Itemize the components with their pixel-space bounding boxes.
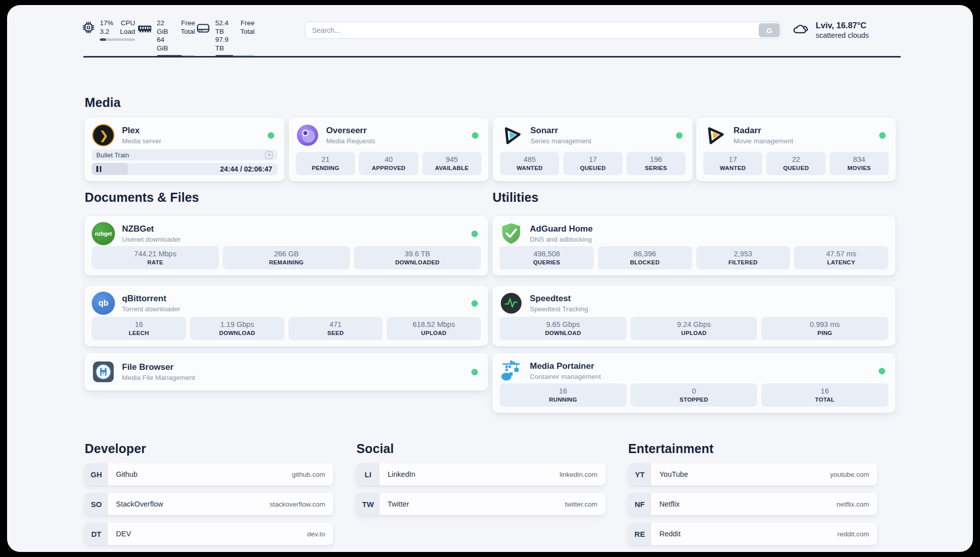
bookmark-list-entertainment: YT YouTube youtube.com NF Netflix netfli… — [628, 463, 877, 552]
overseerr-icon — [296, 124, 319, 147]
disk-icon — [196, 21, 211, 36]
cpu-stat: 17%3.2 CPULoad — [82, 19, 135, 41]
stat-tile: 16TOTAL — [761, 383, 888, 407]
bookmark-name: DEV — [116, 530, 131, 538]
app-name: Sonarr — [530, 125, 591, 136]
cpu-icon — [82, 21, 95, 34]
app-card-nzbget[interactable]: nzbget NZBGet Usenet downloader 744.21 M… — [85, 216, 488, 275]
bookmark-url: youtube.com — [830, 471, 869, 478]
header-divider — [83, 56, 901, 58]
bookmark-abbr-badge: DT — [85, 523, 108, 545]
status-online-dot — [471, 231, 478, 237]
stat-tile: 47.57 msLATENCY — [794, 246, 888, 269]
plex-icon: ❯ — [92, 124, 115, 147]
stat-tile: 0.993 msPING — [761, 317, 888, 340]
search-engine-button[interactable]: G — [759, 23, 780, 37]
app-description: Media Requests — [326, 137, 376, 145]
bookmark-list-social: LI LinkedIn linkedin.com TW Twitter twit… — [356, 463, 605, 523]
stat-tile: 196SERIES — [627, 152, 686, 175]
cloud-icon — [791, 20, 809, 37]
memory-total-value: 64 GiB — [157, 36, 175, 52]
cpu-label: CPU — [120, 19, 135, 28]
stat-tile: 17WANTED — [703, 152, 762, 175]
bookmark-url: github.com — [292, 471, 325, 478]
status-online-dot — [472, 132, 478, 139]
bookmark-twitter[interactable]: TW Twitter twitter.com — [356, 493, 605, 515]
stat-tile: 485WANTED — [500, 152, 559, 175]
memory-free-label: Free — [180, 19, 195, 28]
app-name: File Browser — [122, 362, 195, 372]
bookmark-netflix[interactable]: NF Netflix netflix.com — [628, 493, 877, 515]
app-description: Container management — [530, 372, 601, 381]
app-name: Plex — [122, 125, 161, 136]
stat-tile: 17QUEUED — [563, 152, 622, 175]
status-online-dot — [879, 132, 886, 139]
memory-free-value: 22 GiB — [157, 19, 175, 36]
app-card-portainer[interactable]: Media Portainer Container management 16R… — [493, 353, 895, 413]
weather-condition: scattered clouds — [816, 31, 869, 40]
pause-icon[interactable] — [96, 166, 101, 172]
stat-tile: 498,508QUERIES — [500, 246, 594, 269]
storage-free-label: Free — [240, 19, 255, 28]
app-card-plex[interactable]: ❯ Plex Media server Bullet Train 24:44 /… — [85, 118, 284, 181]
bookmark-stackoverflow[interactable]: SO StackOverflow stackoverflow.com — [85, 493, 333, 515]
bookmark-reddit[interactable]: RE Reddit reddit.com — [628, 523, 877, 545]
app-card-adguard[interactable]: AdGuard Home DNS and adblocking 498,508Q… — [493, 216, 895, 275]
section-title-developer: Developer — [85, 441, 146, 456]
adguard-icon — [500, 222, 523, 245]
stat-tile: 16RUNNING — [500, 383, 627, 407]
stat-tile: 9.24 GbpsUPLOAD — [631, 317, 758, 340]
cpu-load-value: 3.2 — [100, 28, 113, 36]
weather-location: Lviv, 16.87°C — [816, 20, 869, 31]
stat-tile: 471SEED — [288, 317, 383, 340]
section-title-documents: Documents & Files — [85, 190, 199, 205]
cpu-usage-value: 17% — [100, 19, 113, 28]
stat-tile: 9.65 GbpsDOWNLOAD — [500, 317, 627, 340]
bookmark-abbr-badge: RE — [628, 523, 651, 545]
cpu-usage-bar — [100, 38, 135, 41]
status-online-dot — [268, 132, 274, 139]
bookmark-abbr-badge: GH — [85, 463, 108, 485]
storage-free-value: 52.4 TB — [215, 19, 235, 36]
storage-total-value: 97.9 TB — [215, 36, 235, 52]
app-card-sonarr[interactable]: Sonarr Series management 485WANTED 17QUE… — [493, 118, 693, 181]
stat-tile: 618.52 MbpsUPLOAD — [387, 317, 481, 340]
app-name: Speedtest — [530, 293, 588, 304]
ram-icon — [137, 21, 152, 36]
app-description: Torrent downloader — [122, 305, 180, 313]
status-online-dot — [879, 368, 885, 374]
app-name: AdGuard Home — [530, 224, 593, 234]
stat-tile: 1.19 GbpsDOWNLOAD — [190, 317, 284, 340]
app-card-overseerr[interactable]: Overseerr Media Requests 21PENDING 40APP… — [289, 118, 488, 181]
app-card-speedtest[interactable]: Speedtest Speedtest Tracking 9.65 GbpsDO… — [493, 286, 895, 346]
app-card-qbittorrent[interactable]: qb qBittorrent Torrent downloader 16LEEC… — [85, 286, 488, 346]
speedtest-icon — [500, 292, 523, 315]
storage-stat: 52.4 TB97.9 TB FreeTotal — [196, 19, 255, 58]
bookmark-abbr-badge: TW — [356, 493, 380, 515]
bookmark-url: netflix.com — [836, 500, 869, 508]
search-input[interactable] — [305, 22, 781, 38]
search-bar: G — [305, 22, 781, 39]
app-description: Series management — [530, 137, 591, 145]
app-card-radarr[interactable]: Radarr Movie management 17WANTED 22QUEUE… — [696, 118, 896, 181]
app-name: qBittorrent — [122, 293, 180, 304]
stat-tile: 22QUEUED — [766, 152, 825, 175]
memory-total-label: Total — [180, 28, 195, 36]
stat-tile: 834MOVIES — [830, 152, 889, 175]
memory-stat: 22 GiB64 GiB FreeTotal — [137, 19, 195, 58]
now-playing-screen-icon[interactable] — [265, 151, 273, 159]
bookmark-youtube[interactable]: YT YouTube youtube.com — [628, 463, 877, 485]
bookmark-linkedin[interactable]: LI LinkedIn linkedin.com — [356, 463, 605, 485]
app-description: DNS and adblocking — [530, 235, 593, 244]
bookmark-name: Github — [116, 470, 138, 478]
bookmark-dev[interactable]: DT DEV dev.to — [85, 523, 333, 545]
playback-time: 24:44 / 02:06:47 — [220, 165, 272, 173]
bookmark-github[interactable]: GH Github github.com — [85, 463, 333, 485]
section-title-utilities: Utilities — [493, 190, 538, 205]
sonarr-icon — [500, 124, 523, 147]
app-name: Overseerr — [326, 125, 376, 136]
app-card-filebrowser[interactable]: File Browser Media File Management — [85, 353, 488, 391]
app-description: Media File Management — [122, 373, 195, 382]
bookmark-url: linkedin.com — [560, 471, 597, 478]
bookmark-name: StackOverflow — [116, 500, 163, 508]
